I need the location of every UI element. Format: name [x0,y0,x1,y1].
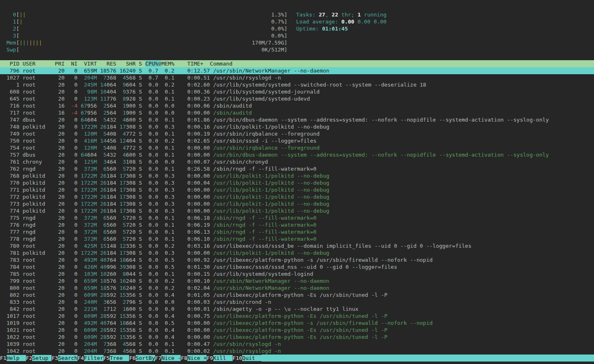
fnkey-f2[interactable]: F2Setup [26,355,52,362]
process-row-1021[interactable]: 1021 root 20 0 609M 28592 15356 S 0.0 0.… [0,326,594,333]
cell-state: S [136,110,142,116]
process-row-1042[interactable]: 1042 root 20 0 204M 7368 4568 S 0.0 0.1 … [0,348,594,355]
process-row-747[interactable]: 747 dbus 20 0 64604 5432 4600 S 0.0 0.1 … [0,116,594,123]
process-row-716[interactable]: 716 root 16 -4 67956 2564 1900 S 0.0 0.0… [0,102,594,109]
column-header-res[interactable]: RES [100,61,120,67]
cell-user: rngd [23,236,52,242]
fnkey-f1[interactable]: F1Help [0,355,26,362]
process-row-1039[interactable]: 1039 root 20 0 204M 7368 4568 S 0.0 0.1 … [0,341,594,348]
column-header-shr[interactable]: SHR [120,61,139,67]
cell-priority: 20 [52,250,64,256]
column-header-virt[interactable]: VIRT [81,61,100,67]
process-row-1[interactable]: 1 root 20 0 245M 14064 9604 S 0.0 0.2 0:… [0,81,594,88]
cell-priority: 20 [52,138,64,144]
column-header-pri[interactable]: PRI [55,61,68,67]
process-row-1022[interactable]: 1022 root 20 0 609M 28592 15356 S 0.0 0.… [0,333,594,341]
column-header-command[interactable]: Command [210,61,233,67]
swap-meter[interactable]: Swp[ 0K/512M] [0,46,288,53]
cpu-1-meter[interactable]: 1[| 0.7%] [0,18,288,25]
process-row-771[interactable]: 771 polkitd 20 0 1722M 26184 17308 S 0.0… [0,186,594,193]
process-row-800[interactable]: 800 root 20 0 659M 18576 16240 S 0.0 0.2… [0,284,594,291]
process-row-1017[interactable]: 1017 root 20 0 609M 28592 15356 S 0.0 0.… [0,312,594,319]
process-row-796[interactable]: 796 root 20 0 659M 18576 16240 S 0.7 0.2… [0,67,594,74]
cell-user: root [23,82,52,88]
process-row-833[interactable]: 833 root 20 0 240M 3656 2796 S 0.0 0.0 0… [0,298,594,305]
process-row-761[interactable]: 761 chrony 20 0 125M 3464 3108 S 0.0 0.0… [0,158,594,165]
cell-priority: 20 [52,327,64,333]
cell-nice: 0 [68,250,77,256]
cell-pid: 802 [0,292,19,298]
column-header-ni[interactable]: NI [68,61,80,67]
fnkey-f9[interactable]: F9Kill [207,355,233,362]
column-header-state[interactable]: S [139,61,146,67]
process-row-784[interactable]: 784 root 20 0 426M 40996 39308 S 0.0 0.5… [0,263,594,270]
cell-mem-percent: 0.3 [158,208,174,214]
process-row-772[interactable]: 772 polkitd 20 0 1722M 26184 17308 S 0.0… [0,193,594,200]
column-header-mem[interactable]: MEM% [161,61,177,67]
process-row-781[interactable]: 781 polkitd 20 0 1722M 26184 17308 S 0.0… [0,249,594,256]
process-row-783[interactable]: 783 root 20 0 492M 40764 18664 S 0.0 0.5… [0,256,594,263]
cell-pid: 608 [0,89,19,95]
process-row-749[interactable]: 749 root 20 0 120M 5408 4772 S 0.0 0.1 0… [0,130,594,137]
column-header-time[interactable]: TIME+ [178,61,210,67]
memory-meter[interactable]: Mem[||||||| 170M/7.59G] [0,39,288,46]
cell-nice: 0 [68,180,77,186]
process-row-748[interactable]: 748 polkitd 20 0 1722M 26184 17308 S 0.0… [0,123,594,130]
cell-state: S [136,138,142,144]
process-row-1019[interactable]: 1019 root 20 0 492M 40764 18664 S 0.0 0.… [0,319,594,326]
process-row-645[interactable]: 645 root 20 0 123M 11776 8928 S 0.0 0.1 … [0,95,594,102]
cell-mem-percent: 0.0 [158,306,174,312]
process-row-778[interactable]: 778 rngd 20 0 372M 6560 5720 S 0.0 0.1 0… [0,235,594,242]
process-row-762[interactable]: 762 rngd 20 0 372M 6560 5720 S 0.0 0.1 0… [0,165,594,172]
cell-user: root [23,278,52,284]
fnkey-f7[interactable]: F7Nice - [155,355,181,362]
process-row-802[interactable]: 802 root 20 0 609M 28592 15356 S 0.0 0.4… [0,291,594,298]
cell-nice: 0 [68,138,77,144]
cell-user: polkitd [23,201,52,207]
process-row-757[interactable]: 757 dbus 20 0 64604 5432 4600 S 0.0 0.1 … [0,151,594,158]
process-row-768[interactable]: 768 polkitd 20 0 1722M 26184 17308 S 0.0… [0,172,594,179]
f6-action-label: SortBy [136,355,155,361]
fnkey-f5[interactable]: F5Tree [104,355,130,362]
process-row-785[interactable]: 785 root 20 0 103M 10260 8044 S 0.0 0.1 … [0,270,594,277]
cell-command: /usr/sbin/rsyslogd -n [213,348,281,354]
process-row-1027[interactable]: 1027 root 20 0 204M 7368 4568 S 0.7 0.1 … [0,74,594,81]
process-row-775[interactable]: 775 rngd 20 0 372M 6560 5720 S 0.0 0.1 0… [0,214,594,221]
process-row-780[interactable]: 780 root 20 0 425M 15148 12336 S 0.0 0.2… [0,242,594,249]
process-row-608[interactable]: 608 root 20 0 98M 10404 9376 S 0.0 0.1 0… [0,88,594,95]
process-row-774[interactable]: 774 polkitd 20 0 1722M 26184 17308 S 0.0… [0,207,594,214]
fnkey-f3[interactable]: F3Search [52,355,78,362]
cpu-0-meter[interactable]: 0[|| 1.3%] [0,11,288,18]
cpu-2-meter[interactable]: 2[ 0.0%] [0,25,288,32]
cell-command: /usr/lib/polkit-1/polkitd --no-debug [213,208,330,214]
cpu-1-meter-bar: | [19,19,23,25]
process-row-750[interactable]: 750 root 20 0 416M 14456 12404 S 0.0 0.2… [0,137,594,144]
process-row-799[interactable]: 799 root 20 0 659M 18576 16240 S 0.0 0.2… [0,277,594,284]
cpu-3-meter[interactable]: 3[ 0.0%] [0,32,288,39]
process-row-777[interactable]: 777 rngd 20 0 372M 6560 5720 S 0.0 0.1 0… [0,228,594,235]
process-row-770[interactable]: 770 polkitd 20 0 1722M 26184 17308 S 0.0… [0,179,594,186]
fnkey-f10[interactable]: F10Quit [233,355,262,362]
process-row-842[interactable]: 842 root 20 0 221M 1712 1600 S 0.0 0.0 0… [0,305,594,312]
column-header-user[interactable]: USER [23,61,55,67]
process-row-754[interactable]: 754 root 20 0 120M 5408 4772 S 0.0 0.1 0… [0,144,594,151]
table-header-row[interactable]: PID USER PRI NI VIRT RES SHR S CPU%▽MEM%… [0,60,594,67]
process-row-717[interactable]: 717 root 16 -4 67956 2564 1900 S 0.0 0.0… [0,109,594,116]
process-row-776[interactable]: 776 rngd 20 0 372M 6560 5720 S 0.0 0.1 0… [0,221,594,228]
fnkey-f4[interactable]: F4Filter [78,355,104,362]
fnkey-f6[interactable]: F6SortBy [129,355,155,362]
process-row-773[interactable]: 773 polkitd 20 0 1722M 26184 17308 S 0.0… [0,200,594,207]
cell-state: S [136,194,142,200]
cell-user: root [23,341,52,347]
cell-pid: 842 [0,306,19,312]
cell-state: S [136,103,142,109]
cell-nice: 0 [68,229,77,235]
fnkey-f8[interactable]: F8Nice + [181,355,207,362]
cell-mem-percent: 0.1 [158,96,174,102]
column-header-cpu-sorted[interactable]: CPU%▽ [145,61,161,67]
column-header-pid[interactable]: PID [0,61,23,67]
cell-user: rngd [23,229,52,235]
cell-cpu-percent: 0.0 [142,152,158,158]
f8-action-label: Nice + [187,355,207,361]
cell-cpu-percent: 0.0 [142,334,158,340]
